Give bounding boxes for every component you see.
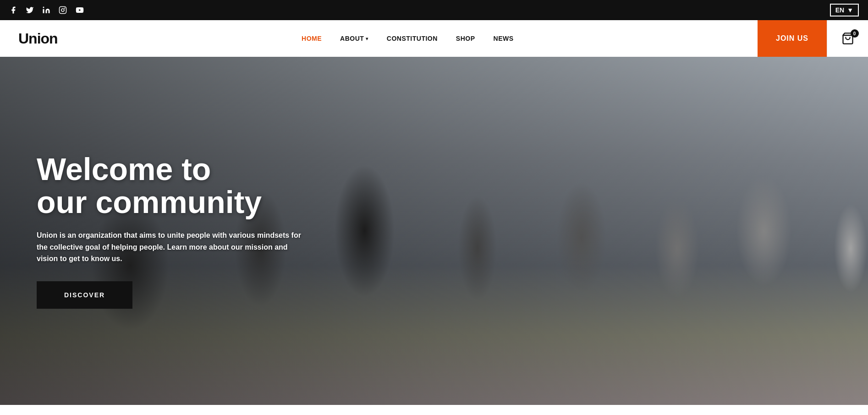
facebook-icon[interactable] — [9, 6, 17, 14]
social-icons-group — [9, 6, 84, 14]
svg-point-0 — [43, 7, 44, 8]
svg-point-3 — [64, 8, 65, 9]
join-us-button[interactable]: JOIN US — [758, 20, 827, 57]
hero-title: Welcome to our community — [37, 153, 307, 218]
navbar-right: JOIN US 0 — [758, 20, 868, 57]
nav-link-about[interactable]: ABOUT ▾ — [340, 35, 368, 42]
navbar-logo-area: Union — [0, 30, 58, 47]
navbar-links: HOME ABOUT ▾ CONSTITUTION SHOP NEWS — [302, 35, 513, 42]
language-chevron-icon: ▼ — [847, 6, 853, 14]
site-logo[interactable]: Union — [18, 30, 58, 47]
linkedin-icon[interactable] — [42, 6, 50, 14]
nav-link-shop[interactable]: SHOP — [456, 35, 475, 42]
hero-description: Union is an organization that aims to un… — [37, 229, 307, 265]
language-label: EN — [835, 6, 844, 14]
nav-link-news[interactable]: NEWS — [494, 35, 514, 42]
cart-count-badge: 0 — [851, 29, 859, 38]
twitter-icon[interactable] — [26, 6, 34, 14]
social-bar: EN ▼ — [0, 0, 868, 20]
language-selector[interactable]: EN ▼ — [830, 4, 859, 16]
discover-button[interactable]: DISCOVER — [37, 281, 132, 309]
hero-content: Welcome to our community Union is an org… — [0, 153, 307, 309]
cart-icon-wrapper: 0 — [841, 32, 854, 45]
cart-button[interactable]: 0 — [827, 20, 868, 57]
navbar: Union HOME ABOUT ▾ CONSTITUTION SHOP NEW… — [0, 20, 868, 57]
nav-link-home[interactable]: HOME — [302, 35, 322, 42]
instagram-icon[interactable] — [59, 6, 67, 14]
youtube-icon[interactable] — [75, 6, 84, 14]
svg-rect-1 — [60, 7, 66, 14]
nav-link-constitution[interactable]: CONSTITUTION — [387, 35, 438, 42]
svg-point-2 — [61, 9, 64, 11]
about-dropdown-arrow-icon: ▾ — [366, 36, 368, 41]
hero-section: Welcome to our community Union is an org… — [0, 57, 868, 405]
